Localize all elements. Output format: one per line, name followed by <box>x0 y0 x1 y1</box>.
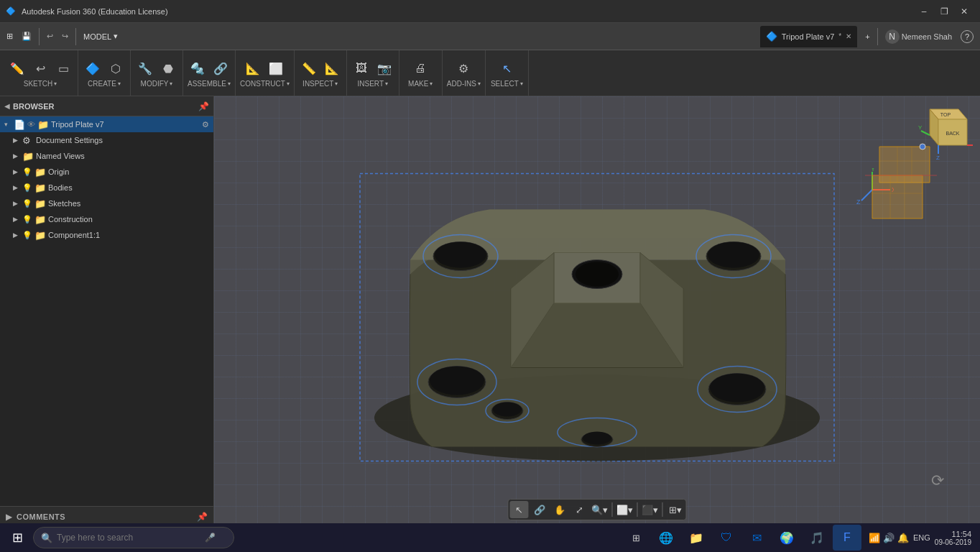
undo-button[interactable]: ↩ <box>43 27 57 47</box>
tree-item-named-views[interactable]: ▶ 📁 Named Views <box>0 148 213 164</box>
addins-icon-1[interactable]: ⚙ <box>453 58 473 78</box>
comments-expand-button[interactable]: ▶ <box>6 512 12 522</box>
taskbar-clock[interactable]: 11:54 09-06-2019 <box>935 530 971 546</box>
search-input[interactable] <box>57 533 200 543</box>
network-icon[interactable]: 📶 <box>869 533 880 543</box>
browser-collapse-button[interactable]: ◀ <box>4 102 10 110</box>
save-button[interactable]: 💾 <box>18 27 35 47</box>
content-area: ◀ BROWSER 📌 ▾ 📄 👁 📁 Tripod Plate v7 ⚙ ▶ … <box>0 96 980 526</box>
modify-icon-1[interactable]: 🔧 <box>135 58 155 78</box>
taskbar-app-mail[interactable]: ✉ <box>742 525 771 551</box>
tree-item-root[interactable]: ▾ 📄 👁 📁 Tripod Plate v7 ⚙ <box>0 116 213 132</box>
construct-icon-1[interactable]: 📐 <box>243 58 263 78</box>
model-dropdown[interactable]: MODEL ▾ <box>80 27 121 47</box>
taskbar-search[interactable]: 🔍 🎤 <box>33 527 234 548</box>
tree-icon-origin: 📁 <box>34 167 46 178</box>
sketch-icon-1[interactable]: ✏️ <box>7 58 27 78</box>
tree-settings-icon[interactable]: ⚙ <box>202 120 209 129</box>
addins-arrow-icon: ▾ <box>478 80 481 87</box>
user-avatar[interactable]: N Nemeen Shah <box>882 27 956 47</box>
inspect-icon-2[interactable]: 📐 <box>322 58 342 78</box>
orbit-tool[interactable]: ⤢ <box>570 501 589 518</box>
viewport[interactable]: TOP BACK X Y Z <box>214 96 980 526</box>
ribbon-group-make: 🖨 MAKE ▾ <box>399 50 443 96</box>
help-button[interactable]: ? <box>957 27 977 47</box>
restore-button[interactable]: ❐ <box>934 4 954 19</box>
grid-mode[interactable]: ⬛▾ <box>641 501 660 518</box>
zoom-tool[interactable]: 🔍▾ <box>591 501 609 518</box>
tree-eye-origin[interactable]: 💡 <box>22 167 32 177</box>
view-options[interactable]: ⊞▾ <box>666 501 685 518</box>
construct-icon-2[interactable]: ⬜ <box>266 58 286 78</box>
taskbar-app-media[interactable]: 🎵 <box>803 525 831 551</box>
taskbar-app-security[interactable]: 🛡 <box>712 525 741 551</box>
notifications-icon[interactable]: 🔔 <box>897 533 909 543</box>
tree-eye-component[interactable]: 💡 <box>22 231 32 240</box>
tree-item-component[interactable]: ▶ 💡 📁 Component1:1 <box>0 227 213 243</box>
vp-sep-3 <box>662 502 663 517</box>
tab-title: Tripod Plate v7 <box>782 32 835 41</box>
svg-point-15 <box>575 262 619 287</box>
svg-text:TOP: TOP <box>940 112 951 117</box>
svg-point-13 <box>493 402 522 417</box>
joint-tool[interactable]: 🔗 <box>530 501 549 518</box>
taskbar-app-fusion[interactable]: F <box>833 525 861 551</box>
tree-item-bodies[interactable]: ▶ 💡 📁 Bodies <box>0 180 213 196</box>
volume-icon[interactable]: 🔊 <box>883 533 895 543</box>
taskbar-app-chrome[interactable]: 🌍 <box>772 525 801 551</box>
comments-pin-button[interactable]: 📌 <box>197 512 208 522</box>
pan-tool[interactable]: ✋ <box>550 501 569 518</box>
sketch-icon-2[interactable]: ↩ <box>30 58 50 78</box>
select-arrow-icon: ▾ <box>520 80 523 87</box>
make-label: MAKE <box>408 80 428 88</box>
redo-button[interactable]: ↪ <box>58 27 72 47</box>
create-icon-1[interactable]: 🔷 <box>83 58 103 78</box>
tree-item-origin[interactable]: ▶ 💡 📁 Origin <box>0 164 213 180</box>
close-button[interactable]: ✕ <box>954 4 974 19</box>
assemble-icon-1[interactable]: 🔩 <box>188 58 208 78</box>
plane-indicator <box>865 139 937 228</box>
tree-eye-construction[interactable]: 💡 <box>22 215 32 224</box>
tree-icon-sketches: 📁 <box>34 198 46 209</box>
sketch-label: SKETCH <box>24 80 53 88</box>
grid-button[interactable]: ⊞ <box>3 27 17 47</box>
insert-icon-1[interactable]: 🖼 <box>351 58 371 78</box>
tree-item-sketches[interactable]: ▶ 💡 📁 Sketches <box>0 196 213 211</box>
inspect-icon-1[interactable]: 📏 <box>299 58 319 78</box>
assemble-label: ASSEMBLE <box>188 80 226 88</box>
new-tab-button[interactable]: + <box>861 27 873 47</box>
browser-pin-button[interactable]: 📌 <box>198 101 209 111</box>
create-icon-2[interactable]: ⬡ <box>106 58 126 78</box>
make-icon-1[interactable]: 🖨 <box>410 58 430 78</box>
tree-item-construction[interactable]: ▶ 💡 📁 Construction <box>0 211 213 227</box>
taskbar-app-explorer[interactable]: 📁 <box>682 525 711 551</box>
assemble-icon-2[interactable]: 🔗 <box>211 58 231 78</box>
title-bar: 🔷 Autodesk Fusion 360 (Education License… <box>0 0 980 23</box>
cursor-tool[interactable]: ↖ <box>510 501 529 518</box>
display-mode[interactable]: ⬜▾ <box>616 501 634 518</box>
tree-arrow-origin: ▶ <box>13 168 20 175</box>
taskbar-app-edge[interactable]: 🌐 <box>652 525 680 551</box>
save-icon: 💾 <box>22 32 32 41</box>
redo-icon: ↪ <box>62 32 68 41</box>
tab-close[interactable]: ✕ <box>846 32 851 40</box>
tree-eye-root[interactable]: 👁 <box>27 120 35 129</box>
start-button[interactable]: ⊞ <box>3 525 32 551</box>
ribbon-group-insert: 🖼 📷 INSERT ▾ <box>347 50 399 96</box>
ribbon-group-sketch: ✏️ ↩ ▭ SKETCH ▾ <box>3 50 78 96</box>
taskbar: ⊞ 🔍 🎤 ⊞ 🌐 📁 🛡 ✉ 🌍 🎵 F 📶 🔊 🔔 ENG 11:54 09… <box>0 523 980 552</box>
tree-item-document-settings[interactable]: ▶ ⚙ Document Settings <box>0 132 213 148</box>
taskbar-lang[interactable]: ENG <box>913 533 930 542</box>
modify-icon-2[interactable]: ⬣ <box>158 58 178 78</box>
select-icon-1[interactable]: ↖ <box>496 58 517 78</box>
make-arrow-icon: ▾ <box>430 80 433 87</box>
minimize-button[interactable]: – <box>914 4 934 19</box>
tree-eye-bodies[interactable]: 💡 <box>22 183 32 193</box>
create-arrow-icon: ▾ <box>118 80 121 87</box>
sketch-icon-3[interactable]: ▭ <box>53 58 73 78</box>
tree-eye-sketches[interactable]: 💡 <box>22 199 32 208</box>
ribbon-group-addins: ⚙ ADD-INS ▾ <box>443 50 486 96</box>
insert-icon-2[interactable]: 📷 <box>374 58 394 78</box>
mic-icon[interactable]: 🎤 <box>205 533 216 543</box>
taskbar-app-taskview[interactable]: ⊞ <box>621 525 650 551</box>
